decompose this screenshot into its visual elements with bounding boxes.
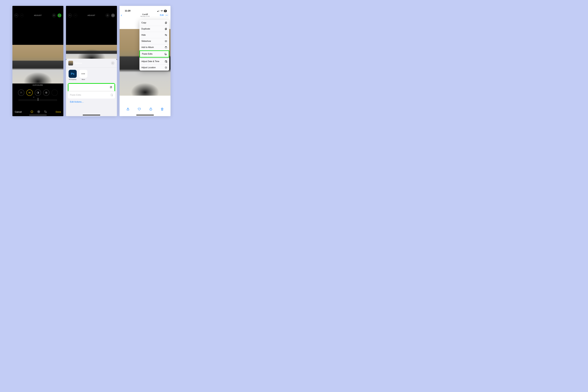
svg-rect-24 bbox=[165, 22, 166, 24]
more-icon: ••• bbox=[79, 70, 88, 78]
svg-point-3 bbox=[60, 15, 60, 16]
delete-button[interactable] bbox=[160, 108, 164, 111]
info-button[interactable] bbox=[149, 108, 152, 111]
editor-top-bar: ADJUST bbox=[12, 6, 63, 19]
home-indicator[interactable] bbox=[136, 115, 154, 116]
more-apps[interactable]: ••• More bbox=[79, 70, 88, 80]
copy-edits-icon bbox=[110, 86, 112, 89]
svg-point-14 bbox=[114, 15, 114, 16]
markup-button[interactable] bbox=[52, 14, 56, 17]
menu-add-to-album-label: Add to Album bbox=[142, 46, 154, 48]
svg-rect-28 bbox=[165, 47, 167, 48]
menu-paste-edits[interactable]: Paste Edits bbox=[140, 50, 169, 58]
paste-edits-row: Paste Edits bbox=[68, 92, 115, 98]
redo-button[interactable] bbox=[20, 14, 24, 17]
copy-edits-row[interactable]: Copy Edits bbox=[68, 83, 115, 92]
photo-preview bbox=[12, 45, 63, 84]
redo-button[interactable] bbox=[74, 14, 77, 17]
wifi-icon bbox=[160, 10, 163, 12]
more-options-button[interactable]: ••• bbox=[165, 13, 169, 17]
nav-header: ‹ Cardiff Monday 22:38 Edit ••• bbox=[120, 12, 170, 18]
crop-tab[interactable] bbox=[44, 110, 47, 114]
parameter-label: EXPOSURE bbox=[12, 84, 63, 86]
slideshow-icon bbox=[165, 40, 167, 42]
more-options-button[interactable] bbox=[111, 14, 115, 17]
screenshot-1-editor: ADJUST EXPOSURE 40 bbox=[12, 6, 63, 116]
hide-icon bbox=[165, 34, 167, 36]
menu-adjust-location[interactable]: Adjust Location bbox=[140, 64, 169, 70]
auto-dial[interactable] bbox=[18, 90, 24, 96]
menu-adjust-loc-label: Adjust Location bbox=[142, 66, 156, 69]
paste-edits-icon bbox=[110, 94, 113, 96]
sheet-thumbnail bbox=[68, 61, 73, 66]
svg-rect-31 bbox=[165, 61, 167, 62]
action-list: Copy Edits Paste Edits bbox=[68, 83, 115, 98]
screenshot-3-photo-viewer: 11:20 86 ‹ Cardiff Monday 22:38 Edit •••… bbox=[120, 6, 170, 116]
more-options-button[interactable] bbox=[58, 14, 61, 17]
battery-badge: 86 bbox=[164, 10, 167, 12]
location-icon bbox=[165, 66, 167, 69]
menu-paste-edits-label: Paste Edits bbox=[142, 53, 152, 55]
svg-point-12 bbox=[112, 15, 113, 16]
adjustment-dial-row: 40 bbox=[12, 90, 63, 96]
menu-add-to-album[interactable]: Add to Album bbox=[140, 44, 169, 50]
markup-button[interactable] bbox=[106, 14, 109, 17]
cellular-icon bbox=[157, 10, 160, 12]
context-menu: Copy Duplicate Hide Slideshow Add to Alb… bbox=[140, 20, 169, 70]
exposure-dial[interactable]: 40 bbox=[26, 90, 33, 96]
editor-black-space bbox=[66, 19, 117, 45]
home-indicator[interactable] bbox=[29, 115, 47, 116]
svg-point-13 bbox=[113, 15, 113, 16]
svg-rect-20 bbox=[158, 10, 159, 12]
photo-preview bbox=[66, 45, 117, 59]
svg-rect-18 bbox=[157, 11, 158, 12]
more-label: More bbox=[82, 79, 85, 80]
paste-edits-icon bbox=[164, 53, 167, 55]
menu-adjust-date-time[interactable]: Adjust Date & Time bbox=[140, 58, 169, 64]
menu-slideshow[interactable]: Slideshow bbox=[140, 38, 169, 44]
sheet-title: Options bbox=[74, 62, 111, 64]
ps-express-app[interactable]: Ps PS Express bbox=[68, 70, 77, 80]
home-indicator[interactable] bbox=[83, 115, 100, 116]
adjust-tab[interactable] bbox=[30, 110, 34, 114]
menu-duplicate-label: Duplicate bbox=[142, 28, 150, 30]
favorite-button[interactable] bbox=[138, 108, 141, 111]
copy-edits-label: Copy Edits bbox=[70, 86, 81, 88]
exposure-value: 40 bbox=[28, 92, 31, 94]
edit-actions-link[interactable]: Edit Actions… bbox=[66, 98, 117, 105]
svg-point-6 bbox=[46, 92, 47, 93]
done-button[interactable]: Done bbox=[56, 111, 61, 113]
edit-button[interactable]: Edit bbox=[160, 14, 164, 16]
highlights-dial[interactable] bbox=[43, 90, 50, 96]
undo-button[interactable] bbox=[14, 14, 18, 17]
duplicate-icon bbox=[165, 28, 167, 30]
svg-rect-19 bbox=[158, 11, 158, 12]
editor-black-space bbox=[12, 19, 63, 45]
menu-copy[interactable]: Copy bbox=[140, 20, 169, 26]
share-button[interactable] bbox=[126, 108, 130, 111]
editor-mode-title: ADJUST bbox=[34, 14, 42, 16]
brilliance-dial[interactable] bbox=[35, 90, 41, 96]
screenshot-2-options-sheet: ADJUST Options Ps PS Express ••• bbox=[66, 6, 117, 116]
close-button[interactable] bbox=[111, 61, 114, 65]
bottom-toolbar bbox=[120, 106, 170, 116]
svg-rect-29 bbox=[165, 53, 166, 55]
options-sheet: Options Ps PS Express ••• More Copy Edit… bbox=[66, 59, 117, 116]
undo-button[interactable] bbox=[68, 14, 72, 17]
back-button[interactable]: ‹ bbox=[121, 13, 122, 17]
svg-rect-25 bbox=[166, 28, 167, 30]
album-icon bbox=[165, 46, 167, 48]
copy-icon bbox=[165, 22, 167, 24]
filters-tab[interactable] bbox=[37, 110, 40, 114]
cancel-button[interactable]: Cancel bbox=[15, 111, 22, 113]
menu-hide[interactable]: Hide bbox=[140, 32, 169, 38]
svg-point-7 bbox=[31, 111, 33, 113]
editor-mode-title: ADJUST bbox=[88, 14, 96, 16]
next-dial[interactable] bbox=[52, 90, 58, 96]
status-time: 11:20 bbox=[125, 10, 130, 12]
adjustment-slider[interactable] bbox=[18, 98, 58, 102]
ps-express-label: PS Express bbox=[69, 79, 76, 80]
menu-duplicate[interactable]: Duplicate bbox=[140, 26, 169, 32]
ps-express-icon: Ps bbox=[68, 70, 77, 78]
svg-point-22 bbox=[162, 11, 162, 12]
